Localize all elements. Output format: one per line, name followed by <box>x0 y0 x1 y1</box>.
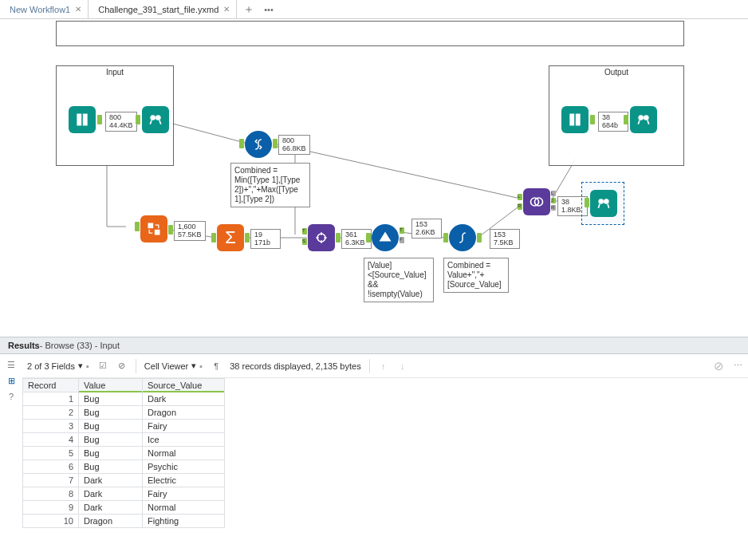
disabled-icon[interactable]: ⊘ <box>713 361 724 372</box>
arrow-down-icon[interactable]: ↓ <box>397 361 408 372</box>
cell-value: Bug <box>79 433 143 447</box>
transpose-tool[interactable] <box>140 215 167 243</box>
anchor-in[interactable] <box>624 115 628 124</box>
svg-point-25 <box>598 199 604 204</box>
anchor-in[interactable] <box>366 233 371 243</box>
anchor-out[interactable] <box>273 139 278 148</box>
summarize-tool[interactable]: Σ <box>217 224 244 251</box>
paragraph-icon[interactable]: ¶ <box>211 361 222 372</box>
anchor-in[interactable] <box>239 139 244 148</box>
metric-filter: 1532.6KB <box>411 219 442 239</box>
cell-record: 10 <box>23 515 79 528</box>
anchor-in[interactable] <box>136 115 140 124</box>
anchor-in[interactable] <box>585 198 589 207</box>
anchor-in[interactable] <box>443 233 448 243</box>
table-row[interactable]: 10DragonFighting <box>23 515 225 528</box>
browse-tool-output[interactable] <box>630 106 657 133</box>
more-actions-icon[interactable]: ⋯ <box>732 361 743 372</box>
anchor-out[interactable] <box>336 233 341 243</box>
cell-record: 4 <box>23 433 79 447</box>
table-row[interactable]: 9DarkNormal <box>23 501 225 515</box>
anchor-in-l[interactable]: L <box>518 194 522 200</box>
browse-tool-selected[interactable] <box>590 190 617 217</box>
list-icon[interactable]: ☰ <box>6 359 17 370</box>
container-title: Input <box>57 66 173 78</box>
append-fields-tool[interactable] <box>308 224 335 251</box>
metric-transpose: 1,60057.5KB <box>174 221 206 241</box>
table-row[interactable]: 3BugFairy <box>23 420 225 433</box>
help-icon[interactable]: ? <box>6 391 17 402</box>
add-tab-icon[interactable]: ＋ <box>243 2 254 17</box>
results-panel: ☰ ⊞ ? 2 of 3 Fields ▾ ▪ ☑ ⊘ Cell Viewer … <box>0 354 748 560</box>
cell-record: 3 <box>23 420 79 433</box>
close-icon[interactable]: ✕ <box>223 5 230 14</box>
select-icon[interactable]: ☑ <box>97 361 108 372</box>
filter-tool[interactable] <box>372 224 399 251</box>
chevron-down-icon: ▾ <box>191 361 196 371</box>
close-icon[interactable]: ✕ <box>75 5 81 14</box>
cell-viewer-dropdown[interactable]: Cell Viewer ▾ ▪ <box>144 361 203 371</box>
cell-record: 6 <box>23 460 79 474</box>
join-tool[interactable] <box>523 188 550 215</box>
anchor-out-true[interactable]: T <box>400 227 404 234</box>
svg-point-18 <box>638 115 644 120</box>
tab-label: Challenge_391_start_file.yxmd <box>98 5 218 14</box>
anchor-out-r[interactable]: R <box>551 205 556 211</box>
cell-value: Bug <box>79 392 143 406</box>
table-row[interactable]: 2BugDragon <box>23 406 225 420</box>
more-icon[interactable]: ••• <box>264 5 274 14</box>
dropdown-handle-icon: ▪ <box>199 361 203 371</box>
anchor-in[interactable] <box>211 233 216 243</box>
results-grid-wrap[interactable]: Record Value Source_Value 1BugDark2BugDr… <box>22 378 748 560</box>
table-row[interactable]: 7DarkElectric <box>23 474 225 487</box>
cell-record: 9 <box>23 501 79 515</box>
cell-source: Fairy <box>143 487 225 501</box>
results-subtitle: - Browse (33) - Input <box>40 341 120 350</box>
col-header-source[interactable]: Source_Value <box>143 379 225 392</box>
cell-record: 8 <box>23 487 79 501</box>
anchor-out[interactable] <box>590 115 595 124</box>
table-row[interactable]: 5BugNormal <box>23 447 225 460</box>
comment-box-top[interactable] <box>56 21 684 46</box>
results-grid: Record Value Source_Value 1BugDark2BugDr… <box>22 378 225 528</box>
anchor-out-l[interactable]: L <box>551 191 556 196</box>
input-data-tool[interactable] <box>69 106 96 133</box>
cell-record: 2 <box>23 406 79 420</box>
formula-tool[interactable] <box>245 131 272 158</box>
cell-source: Dark <box>143 392 225 406</box>
results-header: Results - Browse (33) - Input <box>0 337 748 354</box>
cell-record: 1 <box>23 392 79 406</box>
cancel-icon[interactable]: ⊘ <box>116 361 128 372</box>
fields-dropdown[interactable]: 2 of 3 Fields ▾ ▪ <box>27 361 89 371</box>
anchor-in[interactable]: S <box>302 239 307 245</box>
svg-point-26 <box>604 199 609 204</box>
anchor-out[interactable] <box>168 225 173 235</box>
formula-tool-2[interactable] <box>449 224 476 251</box>
tab-challenge-file[interactable]: Challenge_391_start_file.yxmd ✕ <box>89 0 237 18</box>
cell-value: Bug <box>79 420 143 433</box>
cell-value: Bug <box>79 447 143 460</box>
col-header-record[interactable]: Record <box>23 379 79 392</box>
annotation-filter: [Value]<[Source_Value] && !isempty(Value… <box>364 258 434 302</box>
anchor-out-false[interactable]: F <box>400 237 404 243</box>
table-row[interactable]: 4BugIce <box>23 433 225 447</box>
workflow-canvas[interactable]: Input 80044.4KB Output 38684b 80066.8KB … <box>0 19 748 337</box>
anchor-out[interactable] <box>97 115 102 124</box>
browse-tool-input[interactable] <box>142 106 169 133</box>
anchor-in[interactable] <box>135 222 140 231</box>
anchor-in-r[interactable]: R <box>518 203 522 210</box>
col-header-value[interactable]: Value <box>79 379 143 392</box>
arrow-up-icon[interactable]: ↑ <box>378 361 389 372</box>
anchor-in[interactable]: T <box>302 228 307 235</box>
table-row[interactable]: 6BugPsychic <box>23 460 225 474</box>
table-row[interactable]: 8DarkFairy <box>23 487 225 501</box>
input-data-tool-out[interactable] <box>561 106 589 133</box>
data-icon[interactable]: ⊞ <box>6 375 17 386</box>
anchor-out[interactable] <box>245 233 250 243</box>
metric-formula2: 1537.5KB <box>490 229 520 249</box>
anchor-out[interactable] <box>477 233 482 243</box>
table-row[interactable]: 1BugDark <box>23 392 225 406</box>
anchor-out-j[interactable]: J <box>551 198 556 203</box>
cell-source: Psychic <box>143 460 225 474</box>
tab-new-workflow[interactable]: New Workflow1 ✕ <box>0 0 89 18</box>
